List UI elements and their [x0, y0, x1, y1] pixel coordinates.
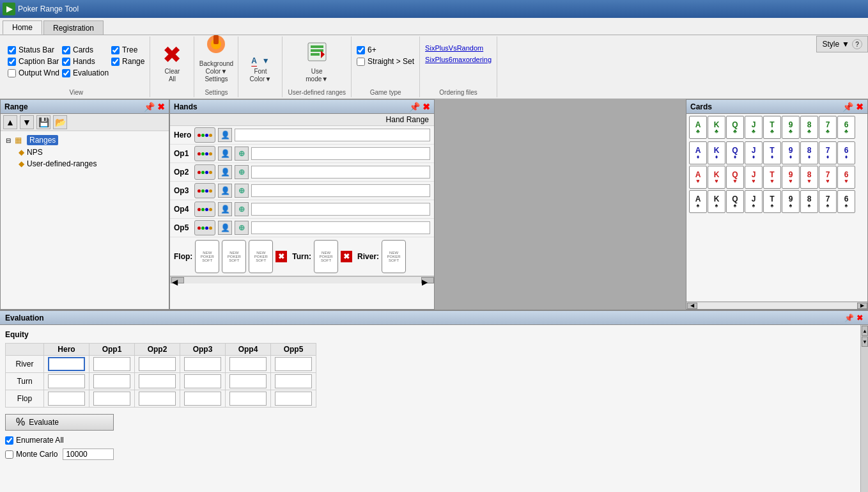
op5-range-input[interactable]: [251, 221, 430, 234]
op1-range-input[interactable]: [251, 147, 430, 160]
card-7-diamonds[interactable]: 7♦: [819, 141, 837, 164]
help-icon[interactable]: ?: [852, 39, 862, 49]
card-J-diamonds[interactable]: J♦: [745, 141, 763, 164]
op3-range-btn[interactable]: [194, 183, 215, 198]
hands-pin-icon[interactable]: 📌: [409, 102, 420, 112]
card-6-diamonds[interactable]: 6♦: [837, 141, 855, 164]
hero-person-btn[interactable]: 👤: [218, 128, 232, 142]
sixplus-vs-random-link[interactable]: SixPlusVsRandom: [425, 44, 483, 52]
monte-carlo-input[interactable]: [63, 448, 114, 460]
card-J-clubs[interactable]: J♣: [745, 116, 763, 139]
scroll-right-btn[interactable]: ▶: [421, 277, 434, 283]
tree-nps-label[interactable]: NPS: [27, 148, 43, 157]
turn-opp5-input[interactable]: [275, 374, 312, 388]
eval-scrollbar-v[interactable]: ▲ ▼: [860, 325, 868, 492]
card-T-spades[interactable]: T♠: [763, 190, 781, 213]
clear-all-button[interactable]: ✖ ClearAll: [155, 40, 189, 85]
eval-pin-icon[interactable]: 📌: [844, 313, 854, 322]
tree-item-ranges[interactable]: ⊟ ▦ Ranges: [3, 134, 166, 147]
sixplus-6max-link[interactable]: SixPlus6maxordering: [425, 56, 492, 63]
tree-ranges-label[interactable]: Ranges: [27, 135, 58, 145]
cards-close-icon[interactable]: ✖: [856, 102, 864, 112]
card-A-diamonds[interactable]: A♦: [689, 141, 707, 164]
evaluate-button[interactable]: % Evaluate: [5, 414, 114, 431]
flop-opp3-input[interactable]: [184, 392, 221, 406]
monte-carlo-check[interactable]: Monte Carlo: [5, 448, 855, 460]
tree-item-user-defined[interactable]: ◆ User-defined-ranges: [16, 158, 166, 170]
card-Q-hearts[interactable]: Q♥: [726, 166, 744, 189]
op3-extra-btn[interactable]: ⊕: [235, 184, 249, 198]
card-T-diamonds[interactable]: T♦: [763, 141, 781, 164]
monte-carlo-checkbox[interactable]: [5, 450, 13, 459]
card-K-clubs[interactable]: K♣: [708, 116, 725, 139]
background-color-button[interactable]: BackgroundColor▼Settings: [199, 40, 233, 85]
card-6-clubs[interactable]: 6♣: [837, 116, 855, 139]
cards-scroll-left[interactable]: ◀: [687, 303, 697, 309]
flop-card-3[interactable]: NEWPOKERSOFT: [249, 240, 273, 273]
hands-scrollbar[interactable]: ◀ ▶: [170, 276, 434, 283]
river-card[interactable]: NEWPOKERSOFT: [382, 240, 406, 273]
op4-range-btn[interactable]: [194, 202, 215, 217]
river-hero-input[interactable]: [48, 357, 85, 371]
card-J-spades[interactable]: J♠: [745, 190, 763, 213]
card-A-spades[interactable]: A♠: [689, 190, 707, 213]
card-K-spades[interactable]: K♠: [708, 190, 725, 213]
card-7-spades[interactable]: 7♠: [819, 190, 837, 213]
flop-opp1-input[interactable]: [93, 392, 130, 406]
card-T-hearts[interactable]: T♥: [763, 166, 781, 189]
tree-expand-icon[interactable]: ⊟: [6, 137, 11, 144]
cards-scroll-right[interactable]: ▶: [857, 303, 867, 309]
scroll-left-btn[interactable]: ◀: [171, 277, 184, 283]
eval-scroll-up[interactable]: ▲: [862, 326, 868, 336]
card-A-clubs[interactable]: A♣: [689, 116, 707, 139]
card-7-hearts[interactable]: 7♥: [819, 166, 837, 189]
flop-opp4-input[interactable]: [229, 392, 267, 406]
hero-range-input[interactable]: [235, 129, 430, 141]
turn-card[interactable]: NEWPOKERSOFT: [314, 240, 338, 273]
hero-range-btn[interactable]: [194, 127, 215, 143]
enumerate-all-checkbox[interactable]: [5, 436, 13, 445]
op5-range-btn[interactable]: [194, 220, 215, 235]
range-pin-icon[interactable]: 📌: [144, 102, 155, 112]
op5-extra-btn[interactable]: ⊕: [235, 221, 249, 235]
range-save-button[interactable]: 💾: [36, 115, 50, 129]
check-status-bar[interactable]: Status Bar: [8, 45, 59, 54]
river-opp1-input[interactable]: [93, 357, 130, 371]
card-8-diamonds[interactable]: 8♦: [800, 141, 818, 164]
card-6-spades[interactable]: 6♠: [837, 190, 855, 213]
flop-opp2-input[interactable]: [139, 392, 176, 406]
op3-range-input[interactable]: [251, 184, 430, 197]
flop-hero-input[interactable]: [48, 392, 85, 406]
check-tree[interactable]: Tree: [111, 45, 144, 54]
range-down-button[interactable]: ▼: [20, 115, 34, 129]
turn-hero-input[interactable]: [48, 374, 85, 388]
card-Q-spades[interactable]: Q♠: [726, 190, 744, 213]
tab-home[interactable]: Home: [3, 20, 42, 35]
card-8-spades[interactable]: 8♠: [800, 190, 818, 213]
card-9-hearts[interactable]: 9♥: [782, 166, 800, 189]
card-Q-clubs[interactable]: Q♣: [726, 116, 744, 139]
card-Q-diamonds[interactable]: Q♦: [726, 141, 744, 164]
flop-opp5-input[interactable]: [275, 392, 312, 406]
river-opp3-input[interactable]: [184, 357, 221, 371]
turn-opp1-input[interactable]: [93, 374, 130, 388]
tab-registration[interactable]: Registration: [43, 20, 104, 35]
card-J-hearts[interactable]: J♥: [745, 166, 763, 189]
op2-person-btn[interactable]: 👤: [218, 165, 232, 179]
river-opp5-input[interactable]: [275, 357, 312, 371]
check-output-wnd[interactable]: Output Wnd: [8, 68, 59, 77]
card-9-clubs[interactable]: 9♣: [782, 116, 800, 139]
op1-extra-btn[interactable]: ⊕: [235, 147, 249, 161]
turn-opp3-input[interactable]: [184, 374, 221, 388]
check-caption-bar[interactable]: Caption Bar: [8, 57, 59, 66]
check-cards[interactable]: Cards: [62, 45, 109, 54]
tree-user-label[interactable]: User-defined-ranges: [27, 159, 97, 168]
check-range[interactable]: Range: [111, 57, 144, 66]
use-mode-button[interactable]: Usemode▼: [300, 40, 334, 85]
check-straight-set[interactable]: Straight > Set: [357, 57, 414, 66]
flop-card-1[interactable]: NEWPOKERSOFT: [195, 240, 219, 273]
card-8-hearts[interactable]: 8♥: [800, 166, 818, 189]
op2-extra-btn[interactable]: ⊕: [235, 165, 249, 179]
flop-card-2[interactable]: NEWPOKERSOFT: [222, 240, 246, 273]
eval-scroll-down[interactable]: ▼: [862, 337, 868, 347]
